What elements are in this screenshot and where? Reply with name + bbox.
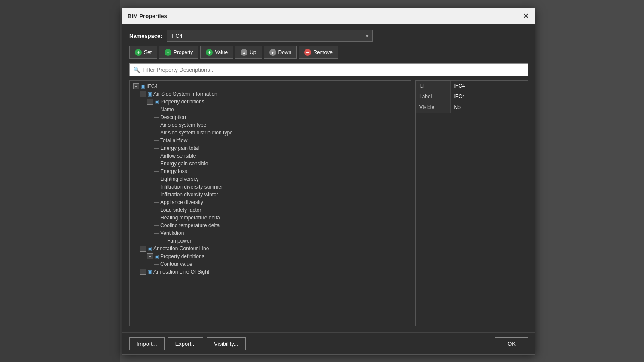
expand-contour[interactable]: −	[140, 246, 146, 252]
ok-button[interactable]: OK	[495, 337, 528, 350]
tree-line: —	[161, 238, 166, 244]
expand-propdef2[interactable]: −	[147, 253, 153, 259]
up-button[interactable]: ▲ Up	[235, 46, 262, 59]
remove-button[interactable]: − Remove	[299, 46, 338, 59]
list-item[interactable]: — Lighting diversity	[130, 175, 411, 183]
leaf-label: Infiltration diversity summer	[160, 184, 223, 190]
prop-key: Label	[416, 91, 450, 102]
tree-label-propdef2: Property definitions	[160, 253, 204, 259]
export-button[interactable]: Export...	[168, 337, 203, 350]
list-item[interactable]: — Air side system distribution type	[130, 129, 411, 137]
tree-line: —	[154, 137, 159, 143]
tree-line: —	[154, 176, 159, 182]
list-item[interactable]: — Cooling temperature delta	[130, 222, 411, 229]
prop-key: Id	[416, 81, 450, 91]
list-item[interactable]: — Name	[130, 106, 411, 113]
tree-line: —	[154, 122, 159, 128]
property-button[interactable]: + Property	[159, 46, 198, 59]
value-button[interactable]: + Value	[200, 46, 233, 59]
list-item[interactable]: — Heating temperature delta	[130, 214, 411, 222]
list-item[interactable]: — Fan power	[130, 237, 411, 245]
leaf-label: Total airflow	[160, 137, 187, 143]
visibility-button[interactable]: Visibility...	[207, 337, 246, 350]
properties-table: Id IFC4 Label IFC4 Visible No	[416, 81, 528, 113]
footer-left-buttons: Import... Export... Visibility...	[129, 337, 246, 350]
tree-line: —	[154, 168, 159, 174]
list-item[interactable]: — Appliance diversity	[130, 198, 411, 206]
tree-row-lineofsight[interactable]: − ▣ Annotation Line Of Sight	[130, 268, 411, 276]
tree-row-airsystem[interactable]: − ▣ Air Side System Information	[130, 90, 411, 98]
tree-line: —	[154, 261, 159, 267]
set-button[interactable]: + Set	[129, 46, 157, 59]
tree-label-ifc4: IFC4	[147, 83, 158, 89]
tree-label-airsystem: Air Side System Information	[153, 91, 217, 97]
list-item[interactable]: — Air side system type	[130, 121, 411, 129]
namespace-label: Namespace:	[129, 33, 162, 39]
list-item[interactable]: — Load safety factor	[130, 206, 411, 214]
dialog-footer: Import... Export... Visibility... OK	[122, 332, 535, 354]
down-label: Down	[278, 49, 292, 55]
import-button[interactable]: Import...	[129, 337, 165, 350]
expand-propdef1[interactable]: −	[147, 99, 153, 105]
property-icon: +	[165, 49, 171, 56]
tree-line: —	[154, 114, 159, 120]
tree-line: —	[154, 230, 159, 236]
list-item[interactable]: — Ventilation	[130, 229, 411, 237]
down-button[interactable]: ▼ Down	[264, 46, 297, 59]
list-item[interactable]: — Total airflow	[130, 137, 411, 144]
leaf-label: Air side system distribution type	[160, 130, 233, 136]
tree-label-propdef1: Property definitions	[160, 99, 204, 105]
toolbar: + Set + Property + Value ▲ Up ▼ Down − R…	[129, 46, 528, 59]
main-area: − ▣ IFC4 − ▣ Air Side System Information…	[129, 80, 528, 326]
leaf-label: Cooling temperature delta	[160, 222, 220, 228]
tree-line: —	[154, 145, 159, 151]
list-item[interactable]: — Energy gain total	[130, 144, 411, 152]
prop-value: No	[450, 102, 528, 113]
search-input[interactable]	[143, 67, 524, 73]
bim-properties-dialog: BIM Properties ✕ Namespace: IFC4 IFC2x3 …	[122, 8, 535, 355]
folder-icon-propdef1: ▣	[154, 99, 159, 105]
list-item[interactable]: — Airflow sensible	[130, 152, 411, 160]
leaf-label: Energy gain total	[160, 145, 199, 151]
table-row: Visible No	[416, 102, 528, 113]
leaf-label: Air side system type	[160, 122, 206, 128]
namespace-row: Namespace: IFC4 IFC2x3 Custom	[129, 30, 528, 42]
list-item[interactable]: — Contour value	[130, 260, 411, 268]
tree-line: —	[154, 161, 159, 167]
expand-lineofsight[interactable]: −	[140, 269, 146, 275]
leaf-label: Appliance diversity	[160, 199, 203, 205]
down-icon: ▼	[269, 49, 276, 56]
folder-icon-ifc4: ▣	[140, 83, 145, 89]
list-item[interactable]: — Energy gain sensible	[130, 160, 411, 167]
table-row: Id IFC4	[416, 81, 528, 91]
up-label: Up	[250, 49, 256, 55]
tree-row-ifc4[interactable]: − ▣ IFC4	[130, 82, 411, 90]
prop-value: IFC4	[450, 81, 528, 91]
prop-key: Visible	[416, 102, 450, 113]
table-row: Label IFC4	[416, 91, 528, 102]
remove-label: Remove	[313, 49, 333, 55]
tree-line: —	[154, 222, 159, 228]
tree-line: —	[154, 192, 159, 198]
folder-icon-airsystem: ▣	[147, 91, 152, 97]
close-button[interactable]: ✕	[521, 12, 530, 20]
list-item[interactable]: — Description	[130, 113, 411, 121]
search-bar: 🔍	[129, 63, 528, 76]
expand-airsystem[interactable]: −	[140, 91, 146, 97]
namespace-select[interactable]: IFC4 IFC2x3 Custom	[167, 30, 373, 42]
list-item[interactable]: — Infiltration diversity winter	[130, 191, 411, 198]
leaf-label: Lighting diversity	[160, 176, 198, 182]
dialog-titlebar: BIM Properties ✕	[122, 8, 535, 24]
expand-ifc4[interactable]: −	[133, 83, 139, 89]
leaf-label: Contour value	[160, 261, 192, 267]
list-item[interactable]: — Infiltration diversity summer	[130, 183, 411, 191]
list-item[interactable]: — Energy loss	[130, 167, 411, 175]
value-icon: +	[206, 49, 213, 56]
dialog-title: BIM Properties	[128, 13, 167, 19]
tree-row-propdef2[interactable]: − ▣ Property definitions	[130, 252, 411, 260]
tree-row-contour[interactable]: − ▣ Annotation Contour Line	[130, 245, 411, 252]
tree-row-propdef1[interactable]: − ▣ Property definitions	[130, 98, 411, 106]
tree-scroll[interactable]: − ▣ IFC4 − ▣ Air Side System Information…	[130, 81, 411, 326]
leaf-label: Heating temperature delta	[160, 215, 220, 221]
properties-panel: Id IFC4 Label IFC4 Visible No	[415, 80, 528, 326]
